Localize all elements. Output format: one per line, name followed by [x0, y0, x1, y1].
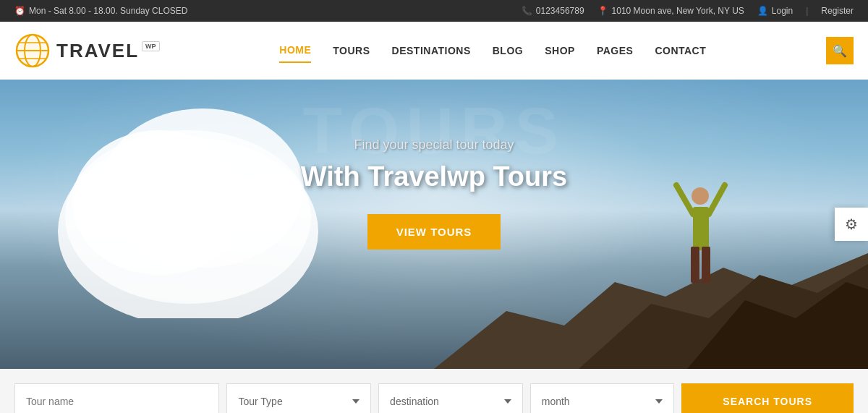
nav-menu: HOME TOURS DESTINATIONS BLOG SHOP PAGES …	[279, 38, 706, 63]
search-bar: Tour Type Adventure Cultural Beach Mount…	[0, 369, 868, 413]
logo-text-group: TRAVEL WP	[56, 40, 160, 62]
nav-item-shop[interactable]: SHOP	[545, 39, 575, 62]
nav-item-contact[interactable]: CONTACT	[655, 39, 706, 62]
hero-title: With Travelwp Tours	[0, 161, 868, 192]
globe-icon	[14, 33, 51, 69]
tour-name-input[interactable]	[14, 383, 219, 413]
brand-name: TRAVEL	[56, 40, 139, 62]
nav-item-tours[interactable]: TOURS	[333, 39, 370, 62]
svg-point-5	[17, 35, 48, 67]
nav-item-pages[interactable]: PAGES	[597, 39, 633, 62]
nav-item-home[interactable]: HOME	[279, 38, 311, 63]
login-link[interactable]: 👤 Login	[757, 6, 793, 16]
phone-icon: 📞	[522, 6, 532, 16]
logo[interactable]: TRAVEL WP	[14, 33, 160, 69]
wp-badge: WP	[142, 41, 160, 51]
hero-content: Find your special tour today With Travel…	[0, 80, 868, 250]
nav-item-destinations[interactable]: DESTINATIONS	[392, 39, 471, 62]
navbar: TRAVEL WP HOME TOURS DESTINATIONS BLOG S…	[0, 22, 868, 80]
search-tours-button[interactable]: SEARCH TOURS	[681, 383, 854, 413]
svg-rect-12	[702, 247, 710, 283]
month-select[interactable]: month January February March April May J…	[530, 383, 675, 413]
destination-select[interactable]: destination New York Paris London Tokyo	[378, 383, 523, 413]
login-button[interactable]: Login	[772, 6, 793, 16]
hero-section: ToURS Find your special tour today With …	[0, 80, 868, 369]
divider: |	[806, 6, 808, 16]
gear-icon: ⚙	[845, 216, 858, 233]
phone-info: 📞 0123456789	[522, 6, 584, 16]
search-icon: 🔍	[833, 44, 847, 58]
user-icon: 👤	[757, 6, 768, 16]
top-bar-right: 📞 0123456789 📍 1010 Moon ave, New York, …	[522, 6, 854, 16]
tour-type-select[interactable]: Tour Type Adventure Cultural Beach Mount…	[226, 383, 371, 413]
navbar-search-button[interactable]: 🔍	[826, 37, 854, 64]
svg-rect-11	[691, 247, 699, 283]
address-info: 📍 1010 Moon ave, New York, NY US	[597, 6, 744, 16]
hero-subtitle: Find your special tour today	[0, 137, 868, 153]
nav-item-blog[interactable]: BLOG	[493, 39, 523, 62]
clock-icon: ⏰	[14, 6, 25, 16]
top-bar: ⏰ Mon - Sat 8.00 - 18.00. Sunday CLOSED …	[0, 0, 868, 22]
register-button[interactable]: Register	[821, 6, 854, 16]
business-hours: ⏰ Mon - Sat 8.00 - 18.00. Sunday CLOSED	[14, 6, 187, 16]
view-tours-button[interactable]: VIEW TOURS	[367, 214, 501, 250]
settings-panel[interactable]: ⚙	[835, 208, 868, 241]
top-bar-left: ⏰ Mon - Sat 8.00 - 18.00. Sunday CLOSED	[14, 6, 187, 16]
location-icon: 📍	[597, 6, 608, 16]
